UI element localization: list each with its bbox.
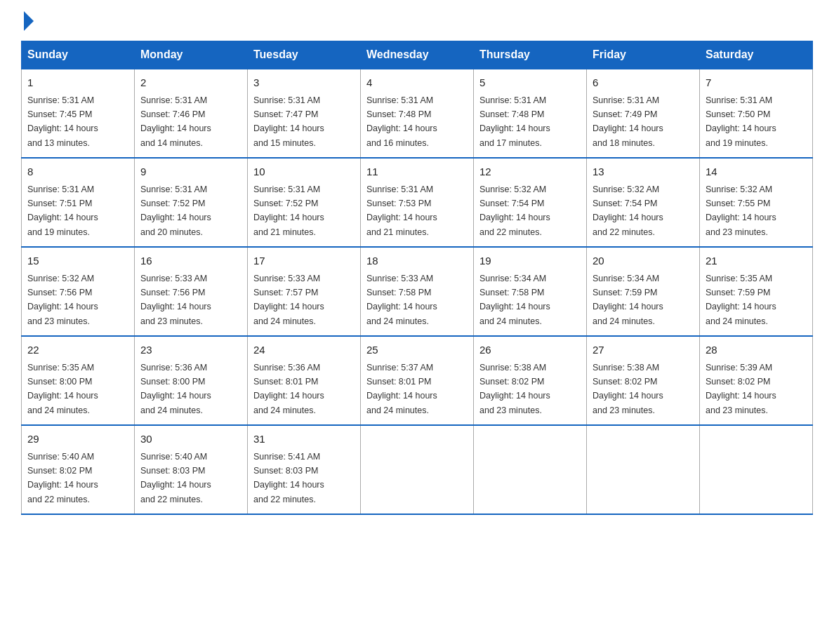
day-number: 17 [253, 253, 355, 269]
calendar-week-row-2: 8 Sunrise: 5:31 AMSunset: 7:51 PMDayligh… [22, 158, 813, 247]
header-thursday: Thursday [474, 41, 587, 69]
day-info: Sunrise: 5:31 AMSunset: 7:50 PMDaylight:… [706, 95, 776, 148]
logo [21, 14, 34, 27]
calendar-cell: 7 Sunrise: 5:31 AMSunset: 7:50 PMDayligh… [700, 69, 813, 158]
calendar-cell: 27 Sunrise: 5:38 AMSunset: 8:02 PMDaylig… [587, 336, 700, 425]
day-info: Sunrise: 5:38 AMSunset: 8:02 PMDaylight:… [479, 363, 550, 415]
calendar-header-row: SundayMondayTuesdayWednesdayThursdayFrid… [22, 41, 813, 69]
day-number: 10 [253, 164, 355, 180]
day-info: Sunrise: 5:40 AMSunset: 8:02 PMDaylight:… [27, 452, 98, 504]
header-monday: Monday [135, 41, 248, 69]
calendar-cell: 1 Sunrise: 5:31 AMSunset: 7:45 PMDayligh… [22, 69, 135, 158]
calendar-cell: 6 Sunrise: 5:31 AMSunset: 7:49 PMDayligh… [587, 69, 700, 158]
calendar-cell: 11 Sunrise: 5:31 AMSunset: 7:53 PMDaylig… [361, 158, 474, 247]
day-info: Sunrise: 5:31 AMSunset: 7:46 PMDaylight:… [140, 95, 211, 148]
day-number: 21 [706, 253, 807, 269]
calendar-cell: 19 Sunrise: 5:34 AMSunset: 7:58 PMDaylig… [474, 247, 587, 336]
day-info: Sunrise: 5:31 AMSunset: 7:48 PMDaylight:… [366, 95, 437, 148]
day-info: Sunrise: 5:34 AMSunset: 7:59 PMDaylight:… [593, 274, 663, 326]
calendar-cell [587, 425, 700, 514]
day-number: 28 [706, 342, 807, 358]
day-info: Sunrise: 5:31 AMSunset: 7:47 PMDaylight:… [253, 95, 324, 148]
day-info: Sunrise: 5:31 AMSunset: 7:51 PMDaylight:… [27, 185, 98, 237]
calendar-cell: 18 Sunrise: 5:33 AMSunset: 7:58 PMDaylig… [361, 247, 474, 336]
calendar-cell: 26 Sunrise: 5:38 AMSunset: 8:02 PMDaylig… [474, 336, 587, 425]
day-info: Sunrise: 5:36 AMSunset: 8:01 PMDaylight:… [253, 363, 324, 415]
calendar-week-row-3: 15 Sunrise: 5:32 AMSunset: 7:56 PMDaylig… [22, 247, 813, 336]
day-number: 23 [140, 342, 241, 358]
header-wednesday: Wednesday [361, 41, 474, 69]
day-number: 8 [27, 164, 128, 180]
day-number: 11 [366, 164, 468, 180]
day-info: Sunrise: 5:31 AMSunset: 7:48 PMDaylight:… [479, 95, 550, 148]
day-number: 3 [253, 75, 355, 91]
day-number: 9 [140, 164, 241, 180]
day-number: 2 [140, 75, 241, 91]
calendar-cell: 2 Sunrise: 5:31 AMSunset: 7:46 PMDayligh… [135, 69, 248, 158]
calendar-cell: 29 Sunrise: 5:40 AMSunset: 8:02 PMDaylig… [22, 425, 135, 514]
logo-top [21, 14, 34, 31]
calendar-cell: 14 Sunrise: 5:32 AMSunset: 7:55 PMDaylig… [700, 158, 813, 247]
calendar-cell: 22 Sunrise: 5:35 AMSunset: 8:00 PMDaylig… [22, 336, 135, 425]
calendar-week-row-4: 22 Sunrise: 5:35 AMSunset: 8:00 PMDaylig… [22, 336, 813, 425]
day-number: 4 [366, 75, 468, 91]
day-number: 26 [479, 342, 581, 358]
calendar-cell: 20 Sunrise: 5:34 AMSunset: 7:59 PMDaylig… [587, 247, 700, 336]
day-info: Sunrise: 5:33 AMSunset: 7:57 PMDaylight:… [253, 274, 324, 326]
day-info: Sunrise: 5:31 AMSunset: 7:53 PMDaylight:… [366, 185, 437, 237]
day-info: Sunrise: 5:33 AMSunset: 7:56 PMDaylight:… [140, 274, 211, 326]
day-number: 27 [593, 342, 694, 358]
day-info: Sunrise: 5:31 AMSunset: 7:52 PMDaylight:… [253, 185, 324, 237]
day-number: 25 [366, 342, 468, 358]
calendar-cell: 4 Sunrise: 5:31 AMSunset: 7:48 PMDayligh… [361, 69, 474, 158]
day-number: 29 [27, 431, 128, 448]
calendar-cell: 30 Sunrise: 5:40 AMSunset: 8:03 PMDaylig… [135, 425, 248, 514]
page-header [21, 14, 813, 27]
day-number: 18 [366, 253, 468, 269]
calendar-cell [700, 425, 813, 514]
header-sunday: Sunday [22, 41, 135, 69]
day-info: Sunrise: 5:32 AMSunset: 7:54 PMDaylight:… [593, 185, 663, 237]
calendar-cell: 12 Sunrise: 5:32 AMSunset: 7:54 PMDaylig… [474, 158, 587, 247]
calendar-cell: 31 Sunrise: 5:41 AMSunset: 8:03 PMDaylig… [248, 425, 361, 514]
calendar-cell: 21 Sunrise: 5:35 AMSunset: 7:59 PMDaylig… [700, 247, 813, 336]
day-info: Sunrise: 5:41 AMSunset: 8:03 PMDaylight:… [253, 452, 324, 504]
day-number: 20 [593, 253, 694, 269]
day-number: 12 [479, 164, 581, 180]
calendar-cell: 17 Sunrise: 5:33 AMSunset: 7:57 PMDaylig… [248, 247, 361, 336]
header-saturday: Saturday [700, 41, 813, 69]
day-number: 30 [140, 431, 241, 448]
header-friday: Friday [587, 41, 700, 69]
day-info: Sunrise: 5:31 AMSunset: 7:52 PMDaylight:… [140, 185, 211, 237]
calendar-cell: 16 Sunrise: 5:33 AMSunset: 7:56 PMDaylig… [135, 247, 248, 336]
day-info: Sunrise: 5:38 AMSunset: 8:02 PMDaylight:… [593, 363, 663, 415]
calendar-cell: 10 Sunrise: 5:31 AMSunset: 7:52 PMDaylig… [248, 158, 361, 247]
day-info: Sunrise: 5:35 AMSunset: 7:59 PMDaylight:… [706, 274, 776, 326]
calendar-cell [474, 425, 587, 514]
day-info: Sunrise: 5:37 AMSunset: 8:01 PMDaylight:… [366, 363, 437, 415]
calendar-cell: 28 Sunrise: 5:39 AMSunset: 8:02 PMDaylig… [700, 336, 813, 425]
calendar-week-row-1: 1 Sunrise: 5:31 AMSunset: 7:45 PMDayligh… [22, 69, 813, 158]
day-number: 14 [706, 164, 807, 180]
calendar-cell: 15 Sunrise: 5:32 AMSunset: 7:56 PMDaylig… [22, 247, 135, 336]
day-info: Sunrise: 5:31 AMSunset: 7:45 PMDaylight:… [27, 95, 98, 148]
day-info: Sunrise: 5:32 AMSunset: 7:55 PMDaylight:… [706, 185, 776, 237]
day-number: 31 [253, 431, 355, 448]
day-number: 7 [706, 75, 807, 91]
day-number: 15 [27, 253, 128, 269]
calendar-cell: 8 Sunrise: 5:31 AMSunset: 7:51 PMDayligh… [22, 158, 135, 247]
day-number: 6 [593, 75, 694, 91]
day-info: Sunrise: 5:36 AMSunset: 8:00 PMDaylight:… [140, 363, 211, 415]
day-info: Sunrise: 5:32 AMSunset: 7:56 PMDaylight:… [27, 274, 98, 326]
day-number: 22 [27, 342, 128, 358]
day-number: 19 [479, 253, 581, 269]
day-number: 5 [479, 75, 581, 91]
calendar-cell: 13 Sunrise: 5:32 AMSunset: 7:54 PMDaylig… [587, 158, 700, 247]
day-info: Sunrise: 5:39 AMSunset: 8:02 PMDaylight:… [706, 363, 776, 415]
calendar-cell: 5 Sunrise: 5:31 AMSunset: 7:48 PMDayligh… [474, 69, 587, 158]
calendar-cell: 23 Sunrise: 5:36 AMSunset: 8:00 PMDaylig… [135, 336, 248, 425]
day-info: Sunrise: 5:40 AMSunset: 8:03 PMDaylight:… [140, 452, 211, 504]
calendar-cell [361, 425, 474, 514]
day-number: 13 [593, 164, 694, 180]
calendar-week-row-5: 29 Sunrise: 5:40 AMSunset: 8:02 PMDaylig… [22, 425, 813, 514]
